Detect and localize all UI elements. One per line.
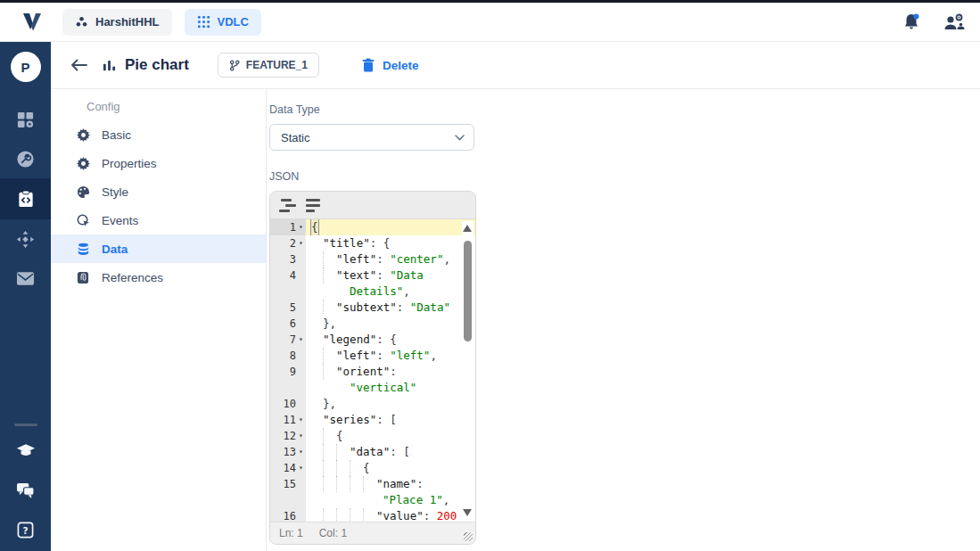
avatar[interactable]: P [11, 52, 41, 82]
token-bracket: { [310, 219, 319, 235]
code-line[interactable]: 3"left": "center", [270, 251, 475, 267]
line-number-gutter[interactable]: 5 [270, 300, 306, 316]
brand-logo-icon[interactable] [14, 12, 50, 33]
line-number-gutter[interactable] [270, 284, 306, 300]
user-admin-button[interactable] [943, 11, 966, 34]
code-line[interactable]: 8"left": "left", [270, 348, 475, 364]
token-key: "subtext" [336, 300, 397, 316]
rail-item-mail[interactable] [0, 259, 51, 298]
line-number-gutter[interactable]: 12▾ [270, 428, 306, 444]
config-panel: Config Basic Properties [51, 89, 267, 551]
code-line[interactable]: 6}, [270, 316, 475, 332]
feature-branch-label: FEATURE_1 [246, 59, 308, 71]
code-text: "text": "Data [306, 267, 475, 284]
config-item-data[interactable]: Data [51, 234, 266, 263]
feature-branch-button[interactable]: FEATURE_1 [218, 53, 319, 78]
rail-item-dashboard[interactable] [0, 100, 51, 139]
rail-item-chat[interactable] [0, 471, 51, 510]
config-item-properties[interactable]: Properties [51, 149, 266, 177]
delete-button[interactable]: Delete [362, 58, 419, 72]
data-type-select[interactable]: Static [269, 124, 474, 151]
token-punct: }, [323, 396, 336, 412]
code-line[interactable]: Details", [270, 284, 475, 300]
trash-icon [362, 58, 375, 72]
line-number-gutter[interactable]: 4 [270, 267, 306, 284]
token-punct: { [363, 460, 370, 476]
line-number-gutter[interactable]: 7▾ [270, 332, 306, 348]
code-line[interactable]: "vertical" [270, 380, 475, 396]
token-punct: , [443, 251, 450, 267]
code-line[interactable]: 11▾"series": [ [270, 412, 475, 428]
workspace-button[interactable]: HarshitHHL [62, 9, 172, 36]
rail-item-help[interactable]: ? [0, 510, 51, 549]
v-logo-icon [20, 12, 45, 33]
json-label: JSON [269, 170, 980, 183]
code-text: "left": "left", [306, 348, 475, 364]
json-code-area[interactable]: 1▾{2▾"title": {3"left": "center",4"text"… [270, 219, 475, 522]
line-number-gutter[interactable] [270, 380, 306, 396]
scrollbar-thumb[interactable] [464, 241, 472, 341]
line-number-gutter[interactable]: 13▾ [270, 444, 306, 460]
code-text: "series": [ [306, 412, 475, 428]
editor-vertical-scrollbar[interactable] [462, 221, 474, 520]
code-line[interactable]: 9"orient": [270, 364, 475, 380]
code-line[interactable]: 7▾"legend": { [270, 332, 475, 348]
config-item-style[interactable]: Style [51, 177, 266, 206]
compact-json-button[interactable] [306, 197, 324, 213]
line-number-gutter[interactable]: 8 [270, 348, 306, 364]
line-number-gutter[interactable]: 1▾ [270, 219, 306, 235]
line-number-gutter[interactable]: 14▾ [270, 460, 306, 476]
token-punct: : [376, 348, 390, 364]
code-line[interactable]: 13▾"data": [ [270, 444, 475, 460]
line-number-gutter[interactable]: 15 [270, 476, 306, 492]
resize-handle[interactable] [464, 532, 473, 541]
code-line[interactable]: 2▾"title": { [270, 235, 475, 251]
scroll-up-arrow-icon[interactable] [463, 225, 472, 232]
token-str: Details" [350, 284, 403, 300]
chat-bubbles-icon [16, 482, 35, 499]
rail-item-move[interactable] [0, 219, 51, 259]
token-key: "orient" [336, 364, 390, 380]
token-punct: }, [323, 316, 336, 332]
token-key: "value" [376, 508, 424, 522]
line-number-gutter[interactable]: 3 [270, 251, 306, 267]
line-number-gutter[interactable] [270, 492, 306, 508]
token-str: "left" [390, 348, 430, 364]
code-line[interactable]: "Place 1", [270, 492, 475, 508]
gear-icon [76, 127, 90, 142]
scroll-down-arrow-icon[interactable] [463, 509, 472, 516]
rail-item-code-clipboard[interactable] [0, 178, 51, 219]
app-switcher-button[interactable]: VDLC [185, 9, 261, 36]
rail-item-tools[interactable] [0, 139, 51, 178]
code-text: "value": 200 [306, 508, 475, 522]
line-number-gutter[interactable]: 2▾ [270, 235, 306, 251]
config-item-label: Style [102, 185, 128, 199]
code-line[interactable]: 15"name": [270, 476, 475, 492]
code-line[interactable]: 1▾{ [270, 219, 475, 235]
back-button[interactable] [67, 53, 90, 77]
token-key: "title" [323, 235, 370, 251]
notifications-button[interactable] [900, 11, 923, 34]
line-number-gutter[interactable]: 11▾ [270, 412, 306, 428]
token-punct: : [376, 251, 390, 267]
code-line[interactable]: 12▾{ [270, 428, 475, 444]
line-number-gutter[interactable]: 10 [270, 396, 306, 412]
line-number-gutter[interactable]: 6 [270, 316, 306, 332]
config-item-references[interactable]: References [51, 263, 266, 292]
token-punct: : [397, 300, 410, 316]
code-line[interactable]: 5"subtext": "Data" [270, 300, 475, 316]
code-line[interactable]: 16"value": 200 [270, 508, 475, 522]
token-num: 200 [437, 508, 457, 522]
rail-item-learn[interactable] [0, 432, 51, 471]
config-item-label: References [102, 271, 163, 284]
line-number-gutter[interactable]: 16 [270, 508, 306, 522]
config-item-events[interactable]: Events [51, 206, 266, 234]
code-line[interactable]: 4"text": "Data [270, 267, 475, 284]
format-json-button[interactable] [279, 197, 297, 213]
config-item-basic[interactable]: Basic [51, 120, 266, 149]
code-line[interactable]: 14▾{ [270, 460, 475, 476]
code-line[interactable]: 10}, [270, 396, 475, 412]
token-punct: : [416, 476, 424, 492]
line-number-gutter[interactable]: 9 [270, 364, 306, 380]
token-key: "left" [336, 251, 376, 267]
